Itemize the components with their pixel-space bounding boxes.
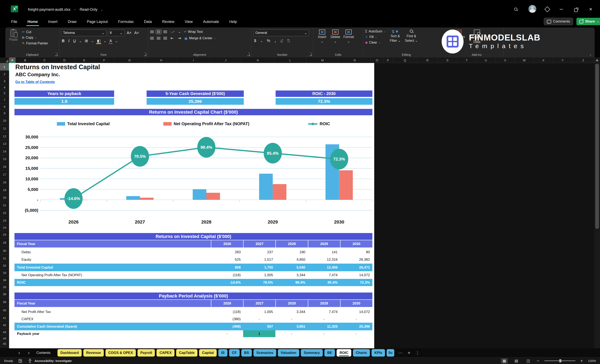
- menu-tab-automate[interactable]: Automate: [203, 18, 219, 25]
- sheet-tab-bs[interactable]: BS: [241, 349, 252, 356]
- sheet-tab-contents[interactable]: Contents: [34, 349, 53, 356]
- column-header-E[interactable]: E: [75, 57, 94, 63]
- clear-button[interactable]: ◆Clear⌄: [365, 40, 386, 45]
- column-header-P[interactable]: P: [383, 57, 393, 63]
- find-select-button[interactable]: Find & Select ⌄: [405, 29, 418, 45]
- format-painter-button[interactable]: ✎Format Painter: [22, 41, 48, 45]
- search-icon[interactable]: [513, 6, 519, 12]
- decrease-decimal-button[interactable]: .00→.0: [286, 39, 290, 43]
- underline-button[interactable]: U: [73, 39, 76, 43]
- align-left-button[interactable]: [150, 37, 154, 39]
- restore-button[interactable]: [573, 7, 579, 13]
- row-header-35[interactable]: 35: [0, 284, 9, 291]
- minimize-button[interactable]: [558, 6, 564, 12]
- row-header-9[interactable]: 9: [0, 110, 9, 117]
- column-header-Z[interactable]: Z: [572, 57, 594, 63]
- row-header-28[interactable]: 28: [0, 238, 9, 247]
- row-header-4[interactable]: 4: [0, 84, 9, 90]
- row-header-45[interactable]: 45: [0, 341, 9, 346]
- row-header-14[interactable]: 14: [0, 147, 9, 155]
- insert-cells-button[interactable]: Insert⌄: [316, 29, 329, 43]
- paste-button[interactable]: Paste ⌄: [8, 29, 19, 45]
- comments-button[interactable]: Comments: [544, 18, 573, 25]
- row-header-40[interactable]: 40: [0, 306, 9, 314]
- column-header-A[interactable]: A: [9, 57, 16, 63]
- row-header-15[interactable]: 15: [0, 155, 9, 163]
- sheet-tab-scenarios[interactable]: Scenarios: [253, 349, 276, 356]
- borders-button[interactable]: ⊞: [84, 39, 88, 43]
- increase-indent-button[interactable]: ⇥: [177, 36, 181, 40]
- row-header-1[interactable]: 1: [0, 63, 9, 71]
- align-center-button[interactable]: [157, 37, 160, 39]
- row-header-10[interactable]: 10: [0, 117, 9, 125]
- row-header-38[interactable]: 38: [0, 298, 9, 306]
- column-header-W[interactable]: W: [515, 57, 534, 63]
- row-header-30[interactable]: 30: [0, 247, 9, 255]
- delete-cells-button[interactable]: Delete⌄: [329, 29, 342, 43]
- column-header-L[interactable]: L: [274, 57, 306, 63]
- decrease-indent-button[interactable]: ⇤: [170, 36, 174, 40]
- font-family-select[interactable]: Tahoma⌄: [61, 29, 106, 36]
- column-header-K[interactable]: K: [242, 57, 274, 63]
- zoom-level[interactable]: 120%: [588, 359, 596, 363]
- zoom-slider-thumb[interactable]: [559, 359, 561, 362]
- sheet-tab-summary[interactable]: Summary: [301, 349, 323, 356]
- sheet-tab-revenue[interactable]: Revenue: [83, 349, 104, 356]
- clipboard-dialog-launcher-icon[interactable]: [55, 54, 57, 56]
- row-header-42[interactable]: 42: [0, 321, 9, 329]
- column-header-H[interactable]: H: [145, 57, 178, 63]
- zoom-in-button[interactable]: +: [580, 358, 583, 364]
- align-bottom-button[interactable]: [163, 31, 167, 33]
- column-header-S[interactable]: S: [438, 57, 457, 63]
- row-header-34[interactable]: 34: [0, 276, 9, 284]
- document-title[interactable]: freight-payment-audit.xlsx - Read-Only ⌄: [28, 8, 103, 12]
- menu-tab-insert[interactable]: Insert: [48, 18, 58, 25]
- row-header-5[interactable]: 5: [0, 90, 9, 96]
- sort-filter-button[interactable]: ⇅▼ Sort & Filter ⌄: [390, 29, 401, 45]
- menu-tab-help[interactable]: Help: [229, 18, 237, 25]
- fill-button[interactable]: ⇩Fill⌄: [365, 35, 386, 39]
- row-header-18[interactable]: 18: [0, 179, 9, 186]
- row-header-7[interactable]: 7: [0, 96, 9, 104]
- alignment-dialog-launcher-icon[interactable]: [247, 54, 250, 56]
- page-break-preview-button[interactable]: ◫: [525, 358, 532, 364]
- table-of-contents-link[interactable]: Go to Table of Contents: [15, 80, 55, 84]
- zoom-out-button[interactable]: −: [537, 358, 539, 364]
- column-header-M[interactable]: M: [306, 57, 339, 63]
- row-header-43[interactable]: 43: [0, 329, 9, 336]
- row-header-41[interactable]: 41: [0, 314, 9, 321]
- sheet-tab-kpis[interactable]: KPIs: [372, 349, 385, 356]
- more-tabs-ellipsis-icon[interactable]: ⋯: [398, 350, 403, 355]
- vertical-scroll-thumb[interactable]: [595, 64, 599, 229]
- scroll-up-arrow-icon[interactable]: [596, 59, 599, 61]
- column-header-X[interactable]: X: [534, 57, 553, 63]
- number-dialog-launcher-icon[interactable]: [309, 54, 312, 56]
- sheet-tab-capital[interactable]: Capital: [199, 349, 217, 356]
- premium-diamond-icon[interactable]: [544, 6, 550, 12]
- row-header-32[interactable]: 32: [0, 262, 9, 269]
- sheet-tab-capex[interactable]: CAPEX: [157, 349, 175, 356]
- column-header-T[interactable]: T: [457, 57, 476, 63]
- menu-tab-formulas[interactable]: Formulas: [118, 18, 134, 25]
- column-header-J[interactable]: J: [210, 57, 242, 63]
- tab-options-kebab-icon[interactable]: ⋮: [415, 350, 420, 355]
- column-header-V[interactable]: V: [496, 57, 515, 63]
- column-header-F[interactable]: F: [94, 57, 114, 63]
- row-header-3[interactable]: 3: [0, 78, 9, 84]
- vertical-scrollbar[interactable]: [594, 57, 600, 348]
- sheet-tab-valuation[interactable]: Valuation: [278, 349, 299, 356]
- autosum-button[interactable]: ΣAutoSum⌄: [365, 29, 386, 33]
- italic-button[interactable]: I: [68, 39, 70, 43]
- column-header-R[interactable]: R: [417, 57, 438, 63]
- accessibility-status[interactable]: Accessibility: Investigate: [35, 359, 72, 363]
- sheet-tab-be[interactable]: BE: [324, 349, 335, 356]
- row-header-23[interactable]: 23: [0, 217, 9, 224]
- row-header-33[interactable]: 33: [0, 269, 9, 276]
- row-header-12[interactable]: 12: [0, 132, 9, 140]
- column-header-Q[interactable]: Q: [393, 57, 417, 63]
- bold-button[interactable]: B: [61, 39, 65, 43]
- row-header-21[interactable]: 21: [0, 201, 9, 209]
- row-header-20[interactable]: 20: [0, 194, 9, 201]
- align-middle-button[interactable]: [157, 31, 160, 33]
- orientation-button[interactable]: ⤻: [170, 29, 175, 34]
